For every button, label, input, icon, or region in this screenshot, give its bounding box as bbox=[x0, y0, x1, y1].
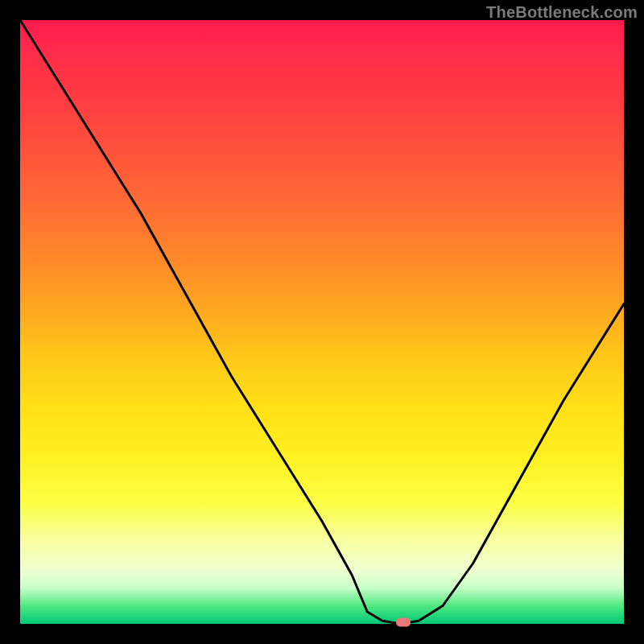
plot-area bbox=[20, 20, 624, 624]
bottleneck-marker bbox=[396, 617, 411, 626]
watermark: TheBottleneck.com bbox=[486, 3, 638, 22]
bottleneck-curve bbox=[20, 20, 624, 624]
chart-container: TheBottleneck.com bbox=[0, 0, 644, 644]
curve-svg bbox=[20, 20, 624, 624]
